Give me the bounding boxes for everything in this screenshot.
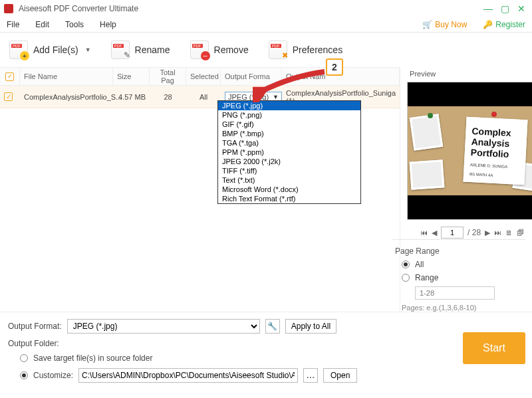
wrench-icon: 🔧	[267, 322, 277, 331]
preferences-button[interactable]: PDF Preferences	[269, 41, 342, 59]
menu-tools[interactable]: Tools	[65, 20, 84, 29]
dropdown-option[interactable]: Rich Text Format (*.rtf)	[218, 194, 360, 203]
header-pages[interactable]: Total Pag	[150, 68, 186, 85]
pager: ⏮ ◀ / 28 ▶ ⏭ 🗎 🗐	[407, 227, 532, 239]
menu-bar: File Edit Tools Help 🛒Buy Now 🔑Register	[0, 17, 532, 32]
toolbar: PDF Add File(s)▼ PDF Rename PDF Remove P…	[0, 33, 532, 67]
preferences-icon: PDF	[269, 41, 287, 59]
next-page-button[interactable]: ▶	[485, 229, 490, 237]
remove-icon: PDF	[190, 41, 209, 59]
dropdown-option[interactable]: TGA (*.tga)	[218, 138, 360, 148]
format-dropdown-list[interactable]: JPEG (*.jpg) PNG (*.png) GIF (*.gif) BMP…	[217, 100, 361, 204]
maximize-button[interactable]: ▢	[501, 3, 509, 14]
output-format-select[interactable]: JPEG (*.jpg)	[67, 319, 260, 334]
caret-down-icon: ▼	[273, 94, 279, 100]
cell-selected: All	[186, 93, 221, 101]
dropdown-option[interactable]: GIF (*.gif)	[218, 120, 360, 129]
cell-size: 4.57 MB	[113, 93, 150, 101]
first-page-button[interactable]: ⏮	[420, 229, 428, 237]
caret-down-icon: ▼	[85, 47, 91, 53]
row-checkbox[interactable]: ✓	[4, 92, 13, 101]
snapshot-icon[interactable]: 🗎	[505, 229, 513, 237]
select-all-checkbox[interactable]: ✓	[5, 72, 14, 81]
menu-edit[interactable]: Edit	[35, 20, 49, 29]
minimize-button[interactable]: —	[483, 3, 493, 14]
header-format[interactable]: Output Forma	[221, 68, 282, 85]
customize-label: Customize:	[33, 371, 73, 380]
page-range-input[interactable]	[415, 286, 495, 300]
prev-page-button[interactable]: ◀	[432, 229, 437, 237]
add-file-icon: PDF	[9, 41, 28, 59]
preview-label: Preview	[410, 70, 532, 78]
preview-box: Complex Analysis Portfolio ARLENE D. SUN…	[407, 82, 532, 220]
output-path-input[interactable]	[78, 368, 298, 383]
page-range-all-label: All	[415, 260, 424, 269]
menu-help[interactable]: Help	[100, 20, 116, 29]
header-size[interactable]: Size	[113, 68, 150, 85]
window-title: Aiseesoft PDF Converter Ultimate	[19, 4, 483, 13]
dropdown-option[interactable]: TIFF (*.tiff)	[218, 166, 360, 175]
page-range-all-radio[interactable]	[402, 260, 410, 268]
register-link[interactable]: 🔑Register	[483, 20, 525, 29]
dropdown-option[interactable]: BMP (*.bmp)	[218, 129, 360, 138]
header-filename[interactable]: File Name	[20, 68, 113, 85]
buy-now-link[interactable]: 🛒Buy Now	[422, 20, 467, 29]
key-icon: 🔑	[483, 20, 493, 29]
dropdown-option[interactable]: Microsoft Word (*.docx)	[218, 185, 360, 194]
add-files-button[interactable]: PDF Add File(s)▼	[9, 41, 91, 59]
format-settings-button[interactable]: 🔧	[265, 319, 280, 334]
close-button[interactable]: ✕	[517, 3, 525, 14]
dropdown-option[interactable]: PNG (*.png)	[218, 110, 360, 120]
last-page-button[interactable]: ⏭	[494, 229, 501, 237]
table-header: ✓ File Name Size Total Pag Selected Outp…	[0, 67, 400, 86]
rename-button[interactable]: PDF Rename	[111, 41, 170, 59]
title-bar: Aiseesoft PDF Converter Ultimate — ▢ ✕	[0, 0, 532, 17]
page-input[interactable]	[441, 227, 464, 239]
page-range-range-label: Range	[415, 273, 438, 282]
menu-file[interactable]: File	[7, 20, 19, 29]
page-range-range-radio[interactable]	[402, 274, 410, 282]
cell-filename: ComplexAnalysisPortfolio_S...	[20, 93, 113, 101]
browse-button[interactable]: …	[303, 368, 318, 383]
cart-icon: 🛒	[422, 20, 432, 29]
output-folder-label: Output Folder:	[8, 339, 59, 348]
apply-to-all-button[interactable]: Apply to All	[285, 319, 336, 334]
rename-icon: PDF	[111, 41, 130, 59]
customize-radio[interactable]	[20, 371, 28, 379]
dropdown-option[interactable]: Text (*.txt)	[218, 175, 360, 185]
export-page-icon[interactable]: 🗐	[517, 229, 524, 237]
page-range-header: Page Range	[395, 247, 525, 256]
page-range-hint: Pages: e.g.(1,3,6,8-10)	[402, 304, 525, 312]
cell-pages: 28	[150, 93, 186, 101]
save-source-radio[interactable]	[20, 354, 28, 362]
app-logo	[4, 4, 13, 13]
open-folder-button[interactable]: Open	[323, 368, 357, 383]
header-selected[interactable]: Selected	[186, 68, 221, 85]
dropdown-option[interactable]: PPM (*.ppm)	[218, 148, 360, 157]
remove-button[interactable]: PDF Remove	[190, 41, 249, 59]
save-source-label: Save target file(s) in source folder	[33, 353, 152, 363]
dropdown-option[interactable]: JPEG (*.jpg)	[218, 101, 360, 110]
output-format-label: Output Format:	[8, 322, 62, 331]
header-outname[interactable]: Output Nam	[282, 68, 400, 85]
dropdown-option[interactable]: JPEG 2000 (*.j2k)	[218, 157, 360, 166]
start-button[interactable]: Start	[463, 332, 525, 364]
preview-image: Complex Analysis Portfolio ARLENE D. SUN…	[408, 106, 532, 195]
page-total: / 28	[467, 228, 481, 237]
